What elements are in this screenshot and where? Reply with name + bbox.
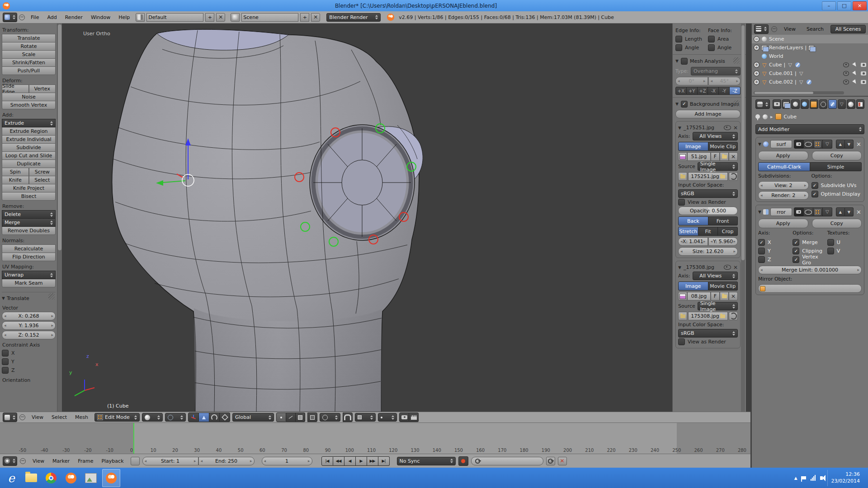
tool-button-remove-doubles[interactable]: Remove Doubles — [2, 226, 56, 235]
eye-icon[interactable] — [724, 125, 731, 130]
filepath-field[interactable]: 175251.jpg — [688, 172, 728, 181]
source-select[interactable]: Single Image — [698, 302, 738, 310]
catmull-clark-button[interactable]: Catmull-Clark — [758, 162, 810, 171]
front-button[interactable]: Front — [708, 216, 738, 225]
outliner-item-renderlayers[interactable]: +RenderLayers| — [752, 43, 868, 52]
render-subdivisions-slider[interactable]: ◂Render: 2▸ — [758, 191, 809, 200]
plus-expander-icon[interactable]: + — [754, 79, 760, 85]
manipulator-toggle[interactable] — [188, 413, 199, 422]
cursor-icon[interactable] — [852, 70, 858, 76]
cursor-icon[interactable] — [852, 62, 858, 68]
merge-limit-slider[interactable]: ◂Merge Limit: 0.001000▸ — [758, 266, 862, 274]
scene-icon-button[interactable] — [231, 13, 240, 22]
image-datablock-field[interactable]: 08.jpg — [687, 292, 711, 300]
internet-explorer-icon[interactable]: e — [3, 469, 20, 487]
colorspace-select[interactable]: sRGB — [678, 189, 738, 198]
filepath-field[interactable]: 175308.jpg — [688, 312, 728, 320]
close-button[interactable]: × — [853, 1, 867, 10]
play-button[interactable]: ▶ — [356, 456, 367, 466]
volume-icon[interactable] — [820, 476, 823, 480]
mesh-analysis-panel-header[interactable]: ▼ Mesh Analysis — [675, 56, 741, 66]
apply-button[interactable]: Apply — [758, 151, 808, 160]
screen-layout-field[interactable]: Default — [146, 13, 203, 22]
background-images-checkbox[interactable]: ✓ — [681, 101, 688, 108]
menu-file[interactable]: File — [27, 14, 43, 20]
tool-button-unwrap[interactable]: Unwrap — [2, 271, 56, 279]
vertex-select-button[interactable] — [276, 413, 286, 422]
source-select[interactable]: Single Image — [698, 162, 738, 171]
tool-button-smooth-vertex[interactable]: Smooth Vertex — [2, 101, 56, 109]
menu-add[interactable]: Add — [43, 14, 61, 20]
mirror-object-field[interactable] — [758, 284, 862, 293]
translate-manipulator-button[interactable] — [199, 413, 209, 422]
jump-start-button[interactable]: |◀ — [321, 456, 333, 466]
snap-target-select[interactable] — [378, 413, 397, 422]
image-datablock-field[interactable]: 51.jpg — [687, 152, 711, 161]
analysis-axis-x[interactable]: -X — [708, 87, 719, 95]
network-icon[interactable] — [811, 475, 816, 481]
tool-button-merge[interactable]: Merge — [2, 218, 56, 227]
fit-button[interactable]: Fit — [698, 227, 718, 236]
proportional-edit-select[interactable] — [320, 413, 340, 422]
tab-movie-clip[interactable]: Movie Clip — [708, 142, 738, 151]
scene-field[interactable]: Scene — [241, 13, 298, 22]
view-subdivisions-slider[interactable]: ◂View: 2▸ — [758, 181, 809, 190]
scrollbar-thumb[interactable] — [755, 92, 813, 94]
mesh-analysis-checkbox[interactable] — [681, 58, 688, 65]
axis-select[interactable]: All Views — [693, 132, 738, 141]
outliner-view-menu[interactable]: View — [780, 26, 800, 32]
scale-manipulator-button[interactable] — [220, 413, 230, 422]
crop-button[interactable]: Crop — [718, 227, 738, 236]
offset-x-slider[interactable]: ◂X: 1.041▸ — [678, 237, 708, 246]
render-animation-button[interactable] — [409, 413, 419, 422]
plus-expander-icon[interactable]: + — [754, 70, 760, 76]
tab-scene[interactable] — [791, 99, 800, 109]
collapse-menus-icon[interactable] — [771, 26, 777, 32]
npanel-scrollbar[interactable] — [741, 23, 745, 412]
vertex-groups-checkbox[interactable]: ✓Vertex Gro — [793, 255, 827, 264]
image-datablock-icon[interactable] — [678, 292, 687, 300]
back-button[interactable]: Back — [678, 216, 708, 225]
vector-y-slider[interactable]: ◂Y: 1.936▸ — [2, 321, 56, 330]
expand-triangle-icon[interactable]: ▼ — [758, 142, 761, 146]
constraint-z-checkbox[interactable]: Z — [2, 366, 56, 375]
add-modifier-select[interactable]: Add Modifier — [755, 124, 864, 134]
analysis-axis-z[interactable]: +Z — [698, 87, 708, 95]
minimize-button[interactable]: – — [822, 1, 836, 10]
analysis-axis-y[interactable]: -Y — [719, 87, 730, 95]
tool-button-slide-edge[interactable]: Slide Edge — [2, 84, 29, 93]
open-image-button[interactable] — [720, 152, 729, 161]
outliner-item-world[interactable]: World — [752, 52, 868, 61]
panel-drag-hatch[interactable] — [733, 57, 740, 64]
eye-icon[interactable] — [843, 70, 849, 76]
reload-image-button[interactable] — [729, 172, 738, 181]
editor-type-menu[interactable] — [755, 99, 770, 109]
copy-button[interactable]: Copy — [812, 219, 862, 228]
face-angle-checkbox[interactable]: Angle — [708, 43, 741, 52]
taskbar-clock[interactable]: 12:36 23/02/2014 — [827, 470, 863, 486]
tab-image[interactable]: Image — [678, 142, 708, 151]
background-images-panel-header[interactable]: ▼ ✓ Background Images — [675, 99, 741, 108]
viewport-3d[interactable]: z x y User Ortho (1) Cube — [62, 23, 672, 412]
axis-select[interactable]: All Views — [693, 272, 738, 280]
outliner-hscrollbar[interactable] — [754, 91, 844, 94]
subdivide-uvs-checkbox[interactable]: ✓Subdivide UVs — [811, 181, 862, 190]
tool-button-subdivide[interactable]: Subdivide — [2, 143, 56, 152]
snap-element-select[interactable] — [355, 413, 376, 422]
mirror-y-checkbox[interactable]: Y — [758, 247, 793, 255]
mirror-z-checkbox[interactable]: Z — [758, 255, 793, 264]
jump-end-button[interactable]: ▶| — [378, 456, 390, 466]
reload-image-button[interactable] — [729, 312, 738, 320]
mirror-u-checkbox[interactable]: U — [827, 238, 862, 247]
editor-type-menu[interactable] — [754, 24, 769, 34]
rotate-manipulator-button[interactable] — [209, 413, 220, 422]
expand-triangle-icon[interactable]: ▼ — [758, 210, 761, 214]
offset-y-slider[interactable]: ◂Y: 5.960▸ — [708, 237, 738, 246]
camera-icon[interactable] — [860, 62, 866, 68]
unlink-image-button[interactable]: ✕ — [729, 152, 738, 161]
timeline-menu-view[interactable]: View — [28, 458, 48, 464]
add-image-button[interactable]: Add Image — [675, 110, 741, 118]
action-center-icon[interactable] — [802, 476, 806, 479]
chrome-icon[interactable] — [42, 469, 60, 487]
tab-render[interactable] — [773, 99, 781, 109]
